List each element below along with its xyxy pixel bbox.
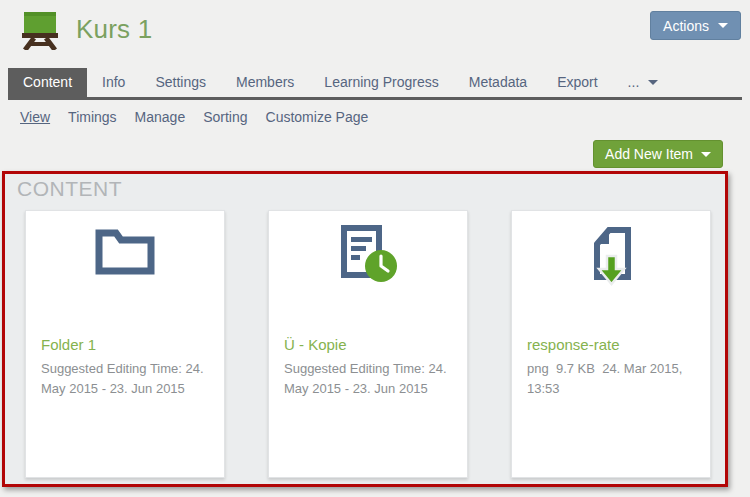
tab-metadata[interactable]: Metadata xyxy=(454,68,542,97)
subtab-sorting[interactable]: Sorting xyxy=(203,109,247,125)
folder-icon xyxy=(26,224,224,290)
actions-button-label: Actions xyxy=(663,18,709,34)
subtab-timings[interactable]: Timings xyxy=(68,109,117,125)
page-title: Kurs 1 xyxy=(76,14,152,45)
tab-more[interactable]: ... xyxy=(613,68,674,97)
item-card-folder[interactable]: Folder 1 Suggested Editing Time: 24. May… xyxy=(25,210,225,478)
subtab-bar: View Timings Manage Sorting Customize Pa… xyxy=(20,109,750,125)
subtab-view[interactable]: View xyxy=(20,109,50,125)
item-description: Suggested Editing Time: 24. May 2015 - 2… xyxy=(41,359,209,398)
caret-down-icon xyxy=(718,23,728,28)
caret-down-icon xyxy=(701,152,711,157)
tab-info[interactable]: Info xyxy=(87,68,140,97)
subtab-manage[interactable]: Manage xyxy=(135,109,186,125)
tab-more-label: ... xyxy=(628,74,640,90)
add-new-item-label: Add New Item xyxy=(605,146,693,162)
page-header: Kurs 1 Actions xyxy=(0,0,750,48)
file-download-icon xyxy=(512,224,710,290)
caret-down-icon xyxy=(648,80,658,85)
item-title[interactable]: Ü - Kopie xyxy=(284,336,452,353)
item-card-list: Folder 1 Suggested Editing Time: 24. May… xyxy=(25,210,725,478)
tab-learning-progress[interactable]: Learning Progress xyxy=(309,68,453,97)
tab-bar: Content Info Settings Members Learning P… xyxy=(8,68,742,100)
actions-button[interactable]: Actions xyxy=(650,11,741,40)
content-section-heading: CONTENT xyxy=(17,177,725,201)
tab-content[interactable]: Content xyxy=(8,68,87,97)
tab-settings[interactable]: Settings xyxy=(140,68,221,97)
add-new-item-button[interactable]: Add New Item xyxy=(593,140,723,168)
item-title[interactable]: Folder 1 xyxy=(41,336,209,353)
item-card-exercise[interactable]: Ü - Kopie Suggested Editing Time: 24. Ma… xyxy=(268,210,468,478)
exercise-clock-icon xyxy=(269,224,467,290)
item-card-file[interactable]: response-rate png 9.7 KB 24. Mar 2015, 1… xyxy=(511,210,711,478)
toolbar: Add New Item xyxy=(0,140,723,168)
tab-export[interactable]: Export xyxy=(542,68,612,97)
item-description: Suggested Editing Time: 24. May 2015 - 2… xyxy=(284,359,452,398)
subtab-customize-page[interactable]: Customize Page xyxy=(266,109,369,125)
content-highlight-box: CONTENT Folder 1 Suggested Editing Time:… xyxy=(2,171,728,487)
tab-members[interactable]: Members xyxy=(221,68,309,97)
item-title[interactable]: response-rate xyxy=(527,336,695,353)
course-easel-icon xyxy=(21,10,59,48)
item-description: png 9.7 KB 24. Mar 2015, 13:53 xyxy=(527,359,695,398)
course-page: Kurs 1 Actions Content Info Settings Mem… xyxy=(0,0,750,497)
